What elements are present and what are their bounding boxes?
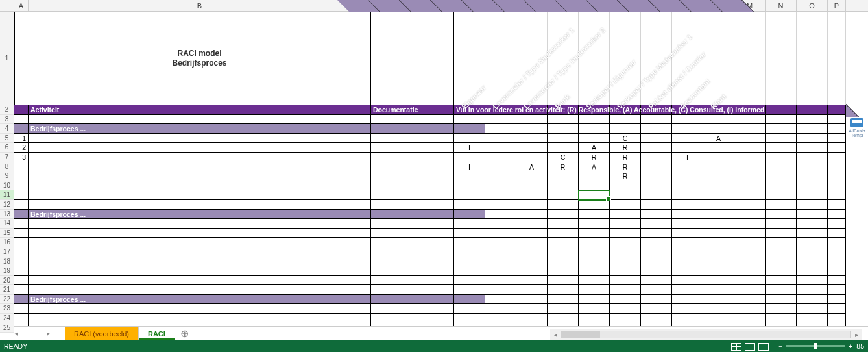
row-2: 2 Activiteit Documentatie Vul in voor ie…: [0, 105, 868, 115]
cell-H1[interactable]: [579, 12, 610, 105]
col-header-D[interactable]: D: [454, 0, 485, 11]
col-header-A[interactable]: A: [14, 0, 29, 11]
cell-I2[interactable]: [610, 105, 641, 115]
cell-E1[interactable]: [485, 12, 516, 105]
col-header-E[interactable]: E: [485, 0, 516, 11]
row-header-2[interactable]: 2: [0, 105, 14, 115]
row-12: 12: [0, 200, 868, 210]
col-header-C[interactable]: C: [371, 0, 454, 11]
cell-D2[interactable]: Vul in voor iedere rol en activiteit: (R…: [454, 105, 485, 115]
row-19: 19: [0, 266, 868, 276]
cell-O2[interactable]: [797, 105, 828, 115]
cell-G1[interactable]: [548, 12, 579, 105]
title-line-1: RACI model: [177, 49, 221, 58]
select-all-corner[interactable]: [0, 0, 14, 11]
column-letters-bar: A B C D E F G H I J K L M N O P: [0, 0, 868, 12]
cell-J2[interactable]: [641, 105, 672, 115]
normal-view-icon[interactable]: [731, 343, 741, 351]
row-10: 10: [0, 181, 868, 191]
zoom-value[interactable]: 85: [856, 342, 864, 350]
col-header-G[interactable]: G: [548, 0, 579, 11]
row-16: 16: [0, 238, 868, 247]
col-header-L[interactable]: L: [703, 0, 734, 11]
cell-A1[interactable]: [14, 12, 29, 105]
worksheet-grid[interactable]: Eigenaar Leverancier / Type Medewerker 1…: [0, 12, 868, 333]
cell-B1[interactable]: RACI model Bedrijfsproces: [29, 12, 371, 105]
scroll-thumb[interactable]: [561, 331, 600, 338]
col-header-F[interactable]: F: [516, 0, 548, 11]
horizontal-scrollbar[interactable]: ◂ ▸: [550, 329, 862, 340]
row-15: 15: [0, 229, 868, 238]
cell-D1[interactable]: [454, 12, 485, 105]
sheet-tab-voorbeeld[interactable]: RACI (voorbeeld): [65, 327, 139, 340]
cell-P1[interactable]: [828, 12, 846, 105]
tab-next-icon[interactable]: ▸: [47, 329, 51, 338]
row-11: 11: [0, 190, 868, 200]
cell-K2[interactable]: [672, 105, 703, 115]
cell-F1[interactable]: [516, 12, 548, 105]
row-header-1[interactable]: 1: [0, 12, 14, 105]
title-block: RACI model Bedrijfsproces: [29, 12, 371, 105]
col-header-P[interactable]: P: [828, 0, 846, 11]
row-18: 18: [0, 257, 868, 267]
row-23: 23: [0, 304, 868, 314]
row-header-4[interactable]: 4: [0, 124, 14, 134]
col-header-I[interactable]: I: [610, 0, 641, 11]
col-header-H[interactable]: H: [579, 0, 610, 11]
cell-L2[interactable]: [703, 105, 734, 115]
scroll-track[interactable]: [561, 331, 851, 338]
cell-C2[interactable]: Documentatie: [371, 105, 454, 115]
row-1: 1 RACI model Bedrijfsproces: [0, 12, 868, 105]
tab-prev-icon[interactable]: ◂: [14, 329, 18, 338]
col-header-M[interactable]: M: [734, 0, 766, 11]
cell-M2[interactable]: [734, 105, 766, 115]
cell-N1[interactable]: [766, 12, 797, 105]
cell-J1[interactable]: [641, 12, 672, 105]
cell-H2[interactable]: [579, 105, 610, 115]
section-2-title[interactable]: Bedrijfsproces ...: [29, 210, 371, 220]
col-header-K[interactable]: K: [672, 0, 703, 11]
zoom-slider-thumb[interactable]: [814, 343, 817, 349]
row-header-3[interactable]: 3: [0, 115, 14, 125]
view-mode-buttons[interactable]: [730, 342, 769, 350]
title-line-2: Bedrijfsproces: [172, 58, 226, 68]
section-3-title[interactable]: Bedrijfsproces ...: [29, 295, 371, 305]
add-sheet-button[interactable]: ⊕: [175, 327, 195, 340]
sheet-tab-bar: ◂ ▸ RACI (voorbeeld) RACI ⊕ ◂ ▸: [0, 326, 868, 340]
sheet-tab-raci[interactable]: RACI: [139, 327, 175, 340]
row-22: 22 Bedrijfsproces ...: [0, 295, 868, 305]
col-header-B[interactable]: B: [29, 0, 371, 11]
col-header-N[interactable]: N: [766, 0, 797, 11]
cell-A2[interactable]: [14, 105, 29, 115]
status-ready: READY: [4, 342, 27, 350]
scroll-left-icon[interactable]: ◂: [550, 331, 561, 338]
cell-C1[interactable]: [371, 12, 454, 105]
row-4: 4 Bedrijfsproces ...: [0, 124, 868, 134]
zoom-out-icon[interactable]: −: [778, 342, 782, 350]
cell-M1[interactable]: [734, 12, 766, 105]
zoom-control[interactable]: − + 85: [778, 342, 864, 350]
briefcase-icon: [850, 118, 863, 127]
cell-F2[interactable]: [516, 105, 548, 115]
cell-O1[interactable]: [797, 12, 828, 105]
page-layout-view-icon[interactable]: [745, 343, 755, 351]
cell-I1[interactable]: [610, 12, 641, 105]
section-1-title[interactable]: Bedrijfsproces ...: [29, 124, 371, 134]
col-header-O[interactable]: O: [797, 0, 828, 11]
row-20: 20: [0, 276, 868, 286]
col-header-J[interactable]: J: [641, 0, 672, 11]
cell-E2[interactable]: [485, 105, 516, 115]
cell-L1[interactable]: [703, 12, 734, 105]
zoom-in-icon[interactable]: +: [849, 342, 852, 350]
page-break-view-icon[interactable]: [758, 343, 769, 351]
cell-K1[interactable]: [672, 12, 703, 105]
cell-G2[interactable]: [548, 105, 579, 115]
zoom-slider-track[interactable]: [786, 345, 845, 347]
cell-P2[interactable]: [828, 105, 846, 115]
cell-N2[interactable]: [766, 105, 797, 115]
scroll-right-icon[interactable]: ▸: [851, 331, 862, 338]
row-17: 17: [0, 247, 868, 257]
active-cell[interactable]: [579, 190, 610, 200]
cell-B2[interactable]: Activiteit: [29, 105, 371, 115]
status-bar: READY − + 85: [0, 340, 868, 352]
